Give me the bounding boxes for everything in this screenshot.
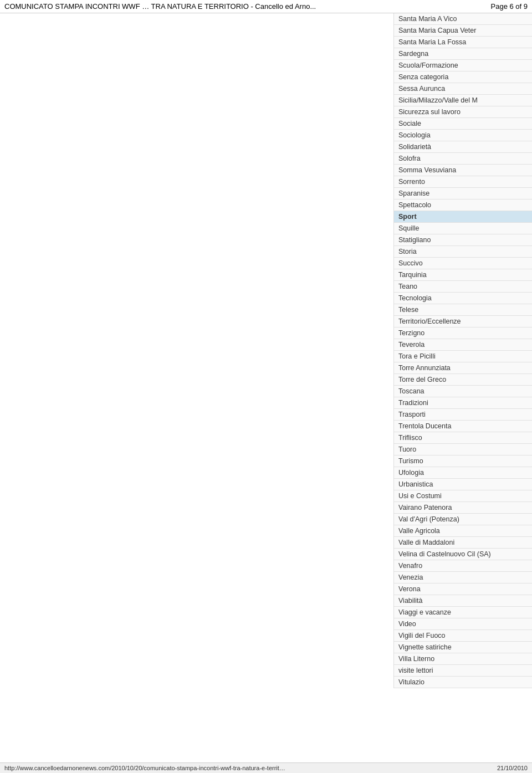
sidebar-item[interactable]: Sport xyxy=(394,211,532,223)
sidebar-item[interactable]: Solidarietà xyxy=(394,141,532,153)
sidebar-item[interactable]: Tora e Picilli xyxy=(394,351,532,362)
sidebar-item[interactable]: Sociologia xyxy=(394,130,532,141)
sidebar-item[interactable]: Verona xyxy=(394,583,532,595)
sidebar-item[interactable]: Succivo xyxy=(394,258,532,269)
sidebar-item[interactable]: Sicurezza sul lavoro xyxy=(394,106,532,118)
sidebar-item[interactable]: Teano xyxy=(394,281,532,293)
sidebar-item[interactable]: Senza categoria xyxy=(394,71,532,83)
sidebar-item[interactable]: Sparanise xyxy=(394,188,532,199)
sidebar-item[interactable]: Statigliano xyxy=(394,234,532,246)
sidebar-item[interactable]: Santa Maria La Fossa xyxy=(394,37,532,48)
sidebar-item[interactable]: Spettacolo xyxy=(394,199,532,211)
sidebar-item[interactable]: Trasporti xyxy=(394,409,532,421)
sidebar-item[interactable]: Tarquinia xyxy=(394,269,532,281)
sidebar-item[interactable]: Vignette satiriche xyxy=(394,642,532,653)
sidebar-item[interactable]: Turismo xyxy=(394,455,532,467)
sidebar-item[interactable]: Viabilità xyxy=(394,595,532,607)
footer-date: 21/10/2010 xyxy=(497,765,528,771)
sidebar-item[interactable]: Sardegna xyxy=(394,48,532,60)
sidebar-item[interactable]: Tradizioni xyxy=(394,397,532,409)
sidebar-item[interactable]: Scuola/Formazione xyxy=(394,60,532,71)
sidebar-item[interactable]: Ufologia xyxy=(394,467,532,479)
page-info: Page 6 of 9 xyxy=(491,2,528,11)
sidebar-item[interactable]: Vigili del Fuoco xyxy=(394,630,532,642)
sidebar-item[interactable]: Torre Annunziata xyxy=(394,362,532,374)
sidebar-item[interactable]: Telese xyxy=(394,304,532,316)
sidebar-item[interactable]: Venezia xyxy=(394,572,532,583)
sidebar-item[interactable]: Sorrento xyxy=(394,176,532,188)
sidebar-item[interactable]: Somma Vesuviana xyxy=(394,165,532,176)
sidebar-item[interactable]: Val d'Agri (Potenza) xyxy=(394,514,532,525)
sidebar-item[interactable]: Territorio/Eccellenze xyxy=(394,316,532,327)
sidebar-item[interactable]: Video xyxy=(394,618,532,630)
sidebar-item[interactable]: Sociale xyxy=(394,118,532,130)
main-content xyxy=(0,13,393,688)
sidebar-item[interactable]: Tuoro xyxy=(394,444,532,455)
sidebar-item[interactable]: Venafro xyxy=(394,560,532,572)
footer-url: http://www.cancelloedarnonenews.com/2010… xyxy=(4,765,285,771)
sidebar-item[interactable]: visite lettori xyxy=(394,665,532,677)
sidebar-item[interactable]: Toscana xyxy=(394,386,532,397)
page-title: COMUNICATO STAMPA INCONTRI WWF … TRA NAT… xyxy=(4,2,316,11)
sidebar-item[interactable]: Villa Literno xyxy=(394,653,532,665)
sidebar-item[interactable]: Triflisco xyxy=(394,432,532,444)
sidebar-item[interactable]: Usi e Costumi xyxy=(394,490,532,502)
sidebar-item[interactable]: Solofra xyxy=(394,153,532,165)
sidebar: Santa Maria A VicoSanta Maria Capua Vete… xyxy=(393,13,532,688)
sidebar-item[interactable]: Tecnologia xyxy=(394,293,532,304)
sidebar-item[interactable]: Sicilia/Milazzo/Valle del M xyxy=(394,95,532,106)
sidebar-item[interactable]: Santa Maria A Vico xyxy=(394,13,532,25)
sidebar-item[interactable]: Urbanistica xyxy=(394,479,532,490)
sidebar-item[interactable]: Trentola Ducenta xyxy=(394,421,532,432)
sidebar-item[interactable]: Torre del Greco xyxy=(394,374,532,386)
sidebar-item[interactable]: Terzigno xyxy=(394,327,532,339)
sidebar-item[interactable]: Storia xyxy=(394,246,532,258)
sidebar-item[interactable]: Squille xyxy=(394,223,532,234)
sidebar-item[interactable]: Valle di Maddaloni xyxy=(394,537,532,549)
sidebar-item[interactable]: Vairano Patenora xyxy=(394,502,532,514)
sidebar-item[interactable]: Viaggi e vacanze xyxy=(394,607,532,618)
sidebar-item[interactable]: Vitulazio xyxy=(394,677,532,688)
sidebar-item[interactable]: Teverola xyxy=(394,339,532,351)
sidebar-item[interactable]: Santa Maria Capua Veter xyxy=(394,25,532,37)
sidebar-item[interactable]: Sessa Aurunca xyxy=(394,83,532,95)
sidebar-item[interactable]: Valle Agricola xyxy=(394,525,532,537)
sidebar-item[interactable]: Velina di Castelnuovo Cil (SA) xyxy=(394,549,532,560)
